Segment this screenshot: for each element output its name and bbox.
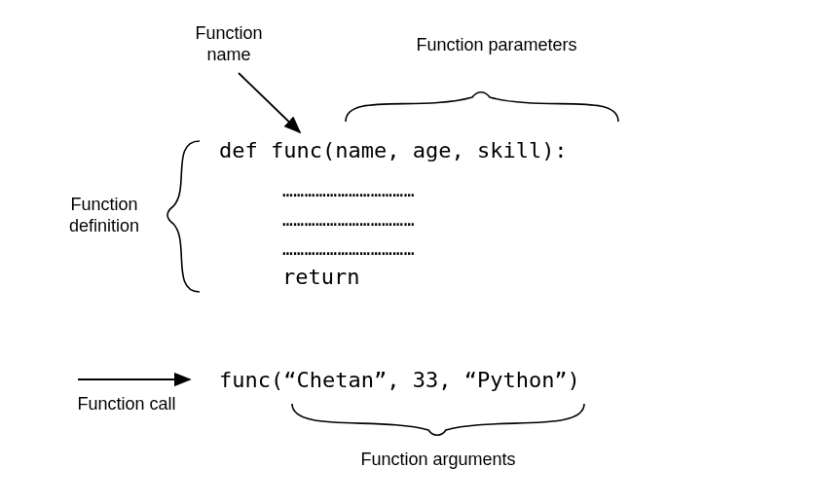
label-function-parameters-text: Function parameters [416, 35, 576, 54]
code-call-line: func(“Chetan”, 33, “Python”) [219, 368, 580, 392]
brace-arguments [292, 404, 584, 435]
label-function-name-text: Functionname [195, 23, 262, 64]
label-function-definition-text: Functiondefinition [69, 195, 139, 235]
code-body-3: ……………………………… [282, 238, 415, 259]
brace-definition [167, 141, 200, 292]
label-function-call: Function call [68, 394, 185, 415]
label-function-arguments: Function arguments [331, 450, 545, 471]
code-return: return [282, 265, 359, 289]
code-body-1: ……………………………… [282, 180, 415, 200]
brace-parameters [346, 92, 618, 122]
arrow-function-name [239, 73, 300, 132]
label-function-parameters: Function parameters [370, 35, 623, 56]
code-def-line: def func(name, age, skill): [219, 138, 568, 162]
label-function-definition: Functiondefinition [51, 195, 158, 236]
label-function-name: Functionname [175, 23, 282, 65]
label-function-arguments-text: Function arguments [360, 450, 515, 469]
label-function-call-text: Function call [77, 394, 175, 414]
code-body-2: ……………………………… [282, 209, 415, 230]
